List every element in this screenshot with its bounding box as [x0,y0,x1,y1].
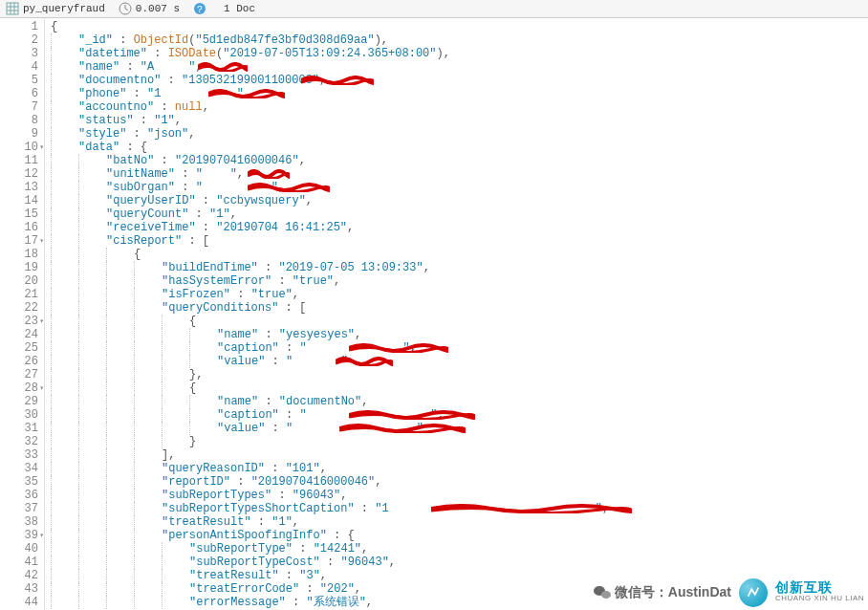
code-line: "name" : "documentNo", [51,395,868,408]
line-number: 32 [0,435,44,448]
line-number: 43 [0,582,44,596]
line-number: 21 [0,288,44,301]
line-number: 29 [0,395,44,408]
line-number: 38 [0,515,44,529]
line-number: 7 [0,100,44,114]
svg-rect-0 [7,3,18,14]
line-number: 5 [0,74,44,87]
line-number: 4 [0,60,44,74]
line-number: 14 [0,194,44,207]
line-number: 16 [0,221,44,234]
code-line: "reportID" : "2019070416000046", [51,475,868,489]
code-line: "queryReasonID" : "101", [51,462,868,475]
code-line: ], [51,448,868,462]
code-line: "subReportType" : "14241", [51,542,868,556]
line-number: 28 [0,381,44,395]
code-line: "hasSystemError" : "true", [51,274,868,288]
code-line: "value" : " " [51,355,868,368]
line-number: 44 [0,596,44,609]
line-number: 22 [0,301,44,315]
wechat-badge: 微信号：AustinDat [594,584,731,601]
code-line: "name" : "A ", [51,60,868,74]
code-line: "data" : { [51,141,868,154]
line-number: 8 [0,114,44,127]
code-line: "subOrgan" : " ", [51,181,868,194]
code-line: "subReportTypesShortCaption" : "1 ", [51,502,868,515]
line-number: 27 [0,368,44,381]
line-number: 3 [0,47,44,60]
doc-count: 1 Doc [224,3,255,14]
line-number: 39 [0,529,44,542]
line-number: 17 [0,234,44,248]
line-number: 13 [0,181,44,194]
code-line: "_id" : ObjectId("5d1edb847fe3bf0d308d69… [51,33,868,47]
redaction-mark [248,169,290,179]
help-button[interactable]: ? [193,2,210,15]
code-line: "caption" : " ", [51,408,868,422]
code-line: "queryConditions" : [ [51,301,868,315]
line-number: 41 [0,556,44,569]
watermark-overlay: 微信号：AustinDat 创新互联 CHUANG XIN HU LIAN [594,578,864,607]
wechat-icon [594,586,611,599]
clock-icon [119,2,132,15]
line-number: 15 [0,207,44,221]
line-number: 31 [0,422,44,435]
code-line: "batNo" : "2019070416000046", [51,154,868,167]
code-line: "datetime" : ISODate("2019-07-05T13:09:2… [51,47,868,60]
table-icon [6,2,19,15]
redaction-mark [198,62,248,72]
code-line: { [51,20,868,33]
code-line: "name" : "yesyesyes", [51,328,868,341]
brand-text: 创新互联 CHUANG XIN HU LIAN [775,581,864,604]
line-number: 19 [0,261,44,274]
json-viewer[interactable]: {"_id" : ObjectId("5d1edb847fe3bf0d308d6… [45,18,868,610]
line-number: 12 [0,167,44,181]
line-number: 1 [0,20,44,33]
line-number: 30 [0,408,44,422]
brand-sub: CHUANG XIN HU LIAN [775,593,864,604]
line-number: 26 [0,355,44,368]
code-line: "unitName" : " ", [51,167,868,181]
line-number: 33 [0,448,44,462]
line-number: 34 [0,462,44,475]
line-number: 18 [0,248,44,261]
line-number: 9 [0,127,44,141]
code-line: "buildEndTime" : "2019-07-05 13:09:33", [51,261,868,274]
table-icon-label[interactable]: py_queryfraud [6,2,105,15]
line-number: 42 [0,569,44,582]
line-number: 11 [0,154,44,167]
line-number: 6 [0,87,44,100]
code-line: "receiveTime" : "20190704 16:41:25", [51,221,868,234]
code-line: "subReportTypeCost" : "96043", [51,556,868,569]
line-number: 24 [0,328,44,341]
line-number-gutter[interactable]: 1234567891011121314151617181920212223242… [0,18,45,610]
code-line: { [51,248,868,261]
code-line: { [51,315,868,328]
code-line: "caption" : " ", [51,341,868,355]
doc-count-value: 1 Doc [224,3,255,14]
line-number: 36 [0,489,44,502]
exec-time-value: 0.007 s [136,3,180,14]
code-line: } [51,435,868,448]
line-number: 35 [0,475,44,489]
code-line: "subReportTypes" : "96043", [51,489,868,502]
code-line: "documentno" : "130532199001100000", [51,74,868,87]
wechat-label: 微信号：AustinDat [615,584,731,601]
code-line: "personAntiSpoofingInfo" : { [51,529,868,542]
query-name: py_queryfraud [23,3,105,14]
line-number: 20 [0,274,44,288]
code-line: "isFrozen" : "true", [51,288,868,301]
code-line: "cisReport" : [ [51,234,868,248]
svg-text:?: ? [197,5,203,15]
code-line: "accountno" : null, [51,100,868,114]
line-number: 10 [0,141,44,154]
code-line: }, [51,368,868,381]
svg-line-7 [125,9,128,11]
code-line: { [51,381,868,395]
line-number: 37 [0,502,44,515]
line-number: 23 [0,315,44,328]
code-line: "style" : "json", [51,127,868,141]
brand-name: 创新互联 [775,581,864,593]
exec-time: 0.007 s [119,2,180,15]
code-line: "phone" : "1 ", [51,87,868,100]
